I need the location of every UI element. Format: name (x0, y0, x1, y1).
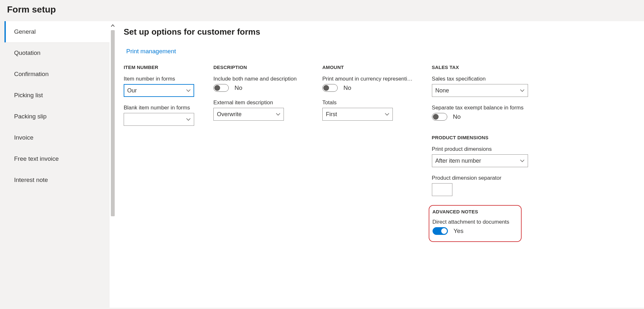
select-value: Overwrite (214, 111, 273, 118)
label-sales-tax-specification: Sales tax specification (432, 76, 528, 82)
print-management-link[interactable]: Print management (126, 48, 176, 55)
section-head-item-number: ITEM NUMBER (124, 64, 194, 70)
sidebar-item-packing-slip[interactable]: Packing slip (4, 106, 110, 127)
label-print-product-dimensions: Print product dimensions (432, 146, 528, 152)
sidebar-item-picking-list[interactable]: Picking list (4, 85, 110, 106)
select-external-item-description[interactable]: Overwrite (213, 108, 284, 121)
label-item-number-in-forms: Item number in forms (124, 76, 194, 82)
sidebar-scrollbar[interactable] (110, 21, 116, 308)
input-product-dimension-separator[interactable] (432, 183, 452, 196)
page-title: Form setup (0, 0, 644, 21)
chevron-down-icon (382, 113, 392, 116)
section-head-advanced-notes: ADVANCED NOTES (433, 209, 516, 214)
select-totals[interactable]: First (322, 108, 393, 121)
toggle-print-amount[interactable] (322, 84, 338, 92)
select-item-number-in-forms[interactable]: Our (124, 84, 194, 97)
sidebar-item-free-text-invoice[interactable]: Free text invoice (4, 148, 110, 169)
toggle-direct-attachment[interactable] (433, 227, 448, 235)
select-print-product-dimensions[interactable]: After item number (432, 154, 528, 167)
label-product-dimension-separator: Product dimension separator (432, 175, 528, 181)
select-value: After item number (432, 158, 517, 164)
toggle-value: Yes (454, 227, 464, 235)
column-item-number: ITEM NUMBER Item number in forms Our Bla… (124, 64, 194, 133)
main-title: Set up options for customer forms (124, 27, 634, 37)
chevron-down-icon (273, 113, 284, 116)
column-amount: AMOUNT Print amount in currency represen… (322, 64, 413, 128)
select-value: None (432, 87, 517, 94)
toggle-separate-tax-exempt[interactable] (432, 113, 447, 121)
main-content: Set up options for customer forms Print … (116, 21, 644, 308)
chevron-down-icon (183, 118, 194, 121)
chevron-down-icon (517, 89, 528, 92)
scrollbar-thumb[interactable] (111, 30, 115, 216)
sidebar: General Quotation Confirmation Picking l… (0, 21, 110, 308)
section-head-sales-tax: SALES TAX (432, 64, 528, 70)
section-head-amount: AMOUNT (322, 64, 413, 70)
chevron-down-icon (183, 89, 194, 92)
toggle-value: No (235, 84, 242, 91)
chevron-down-icon (517, 159, 528, 162)
highlight-advanced-notes: ADVANCED NOTES Direct attachment to docu… (429, 205, 522, 242)
sidebar-item-interest-note[interactable]: Interest note (4, 169, 110, 191)
scroll-up-icon[interactable] (111, 21, 115, 30)
column-right: SALES TAX Sales tax specification None S… (432, 64, 528, 242)
section-head-product-dimensions: PRODUCT DIMENSIONS (432, 135, 528, 140)
label-include-both: Include both name and description (213, 76, 303, 82)
label-separate-tax-exempt: Separate tax exempt balance in forms (432, 105, 528, 111)
sidebar-item-invoice[interactable]: Invoice (4, 127, 110, 148)
toggle-value: No (343, 84, 351, 91)
column-description: DESCRIPTION Include both name and descri… (213, 64, 303, 128)
sidebar-item-confirmation[interactable]: Confirmation (4, 64, 110, 85)
select-blank-item-number[interactable] (124, 113, 194, 126)
section-head-description: DESCRIPTION (213, 64, 303, 70)
select-value: Our (124, 87, 183, 94)
select-value: First (323, 111, 382, 118)
label-external-item-description: External item description (213, 99, 303, 106)
label-direct-attachment: Direct attachment to documents (433, 219, 516, 225)
toggle-value: No (453, 113, 461, 120)
sidebar-item-general[interactable]: General (4, 21, 110, 42)
label-blank-item-number: Blank item number in forms (124, 105, 194, 111)
sidebar-item-quotation[interactable]: Quotation (4, 42, 110, 64)
label-totals: Totals (322, 99, 413, 106)
layout: General Quotation Confirmation Picking l… (0, 21, 644, 308)
label-print-amount: Print amount in currency representi… (322, 76, 413, 82)
toggle-include-both[interactable] (213, 84, 229, 92)
select-sales-tax-specification[interactable]: None (432, 84, 528, 97)
